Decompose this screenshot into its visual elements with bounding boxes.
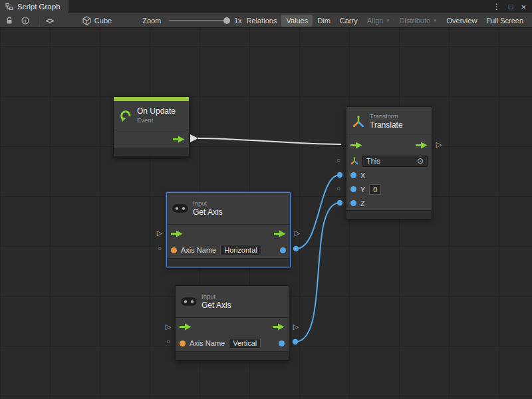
zoom-slider[interactable] <box>169 20 227 21</box>
maximize-icon[interactable]: □ <box>509 3 513 11</box>
lock-icon[interactable] <box>5 17 13 25</box>
external-flow-output-marker[interactable]: ▷ <box>293 323 299 331</box>
wire-endpoint[interactable] <box>337 172 342 178</box>
zoom-label: Zoom <box>142 17 161 25</box>
external-flow-input-marker[interactable]: ▷ <box>157 229 162 237</box>
flow-port-row <box>176 318 289 335</box>
dim-button[interactable]: Dim <box>313 15 335 27</box>
chevron-down-icon: ▼ <box>386 18 390 23</box>
overview-button[interactable]: Overview <box>442 15 482 27</box>
axis-name-field[interactable]: Vertical <box>229 338 261 348</box>
node-footer <box>114 148 189 156</box>
flow-output-port[interactable] <box>173 136 185 143</box>
axis-name-label: Axis Name <box>181 246 216 254</box>
node-title: Translate <box>370 120 403 130</box>
external-flow-output-marker[interactable]: ▷ <box>295 229 300 237</box>
graph-object-name: Cube <box>94 17 112 25</box>
node-subtitle: Transform <box>370 112 403 120</box>
z-value-port[interactable] <box>350 200 356 206</box>
wire-endpoint[interactable] <box>293 339 298 344</box>
node-header: On Update Event <box>114 101 189 130</box>
node-footer <box>346 210 432 219</box>
x-port-label: X <box>360 172 365 180</box>
target-port-row: This ⊙ <box>346 154 432 168</box>
graph-toolbar: <> Cube Zoom 1x Relations Values Dim Car… <box>0 13 532 28</box>
node-footer <box>176 351 289 360</box>
tab-script-graph[interactable]: Script Graph <box>0 0 68 13</box>
carry-button[interactable]: Carry <box>335 15 362 27</box>
node-title: Get Axis <box>193 207 223 217</box>
y-value-field[interactable]: 0 <box>369 184 381 195</box>
kebab-menu-icon[interactable]: ⋮ <box>493 3 501 11</box>
x-value-port[interactable] <box>350 172 356 178</box>
flow-port-row <box>346 136 432 154</box>
z-port-row: Z <box>346 196 432 210</box>
external-target-input-marker[interactable]: ○ <box>336 157 340 164</box>
full-screen-button[interactable]: Full Screen <box>481 15 528 27</box>
wire-endpoint[interactable] <box>293 246 299 251</box>
toolbar-buttons: Relations Values Dim Carry Align▼ Distri… <box>242 13 528 28</box>
node-get-axis-horizontal[interactable]: Input Get Axis Axis Name Horizontal <box>166 192 291 267</box>
axis-name-row: Axis Name Vertical <box>176 335 289 351</box>
target-value: This <box>366 157 380 165</box>
flow-input-port[interactable] <box>350 142 362 149</box>
chevron-down-icon: ▼ <box>433 18 437 23</box>
gamepad-icon <box>172 203 188 213</box>
flow-output-port[interactable] <box>416 142 428 149</box>
wire-endpoint[interactable] <box>337 200 342 205</box>
flow-output-port[interactable] <box>273 323 285 331</box>
window-controls: ⋮ □ × <box>487 0 532 13</box>
node-header: Input Get Axis <box>176 286 289 318</box>
axis-value-output-port[interactable] <box>280 247 286 253</box>
node-header: Input Get Axis <box>167 193 290 225</box>
node-translate[interactable]: Transform Translate <box>346 106 432 219</box>
value-wire-horizontal-to-x[interactable] <box>296 175 340 249</box>
gamepad-icon <box>181 297 197 307</box>
external-flow-output-marker[interactable]: ▷ <box>436 141 442 148</box>
axis-name-port[interactable] <box>171 247 177 253</box>
flow-output-port[interactable] <box>274 230 286 237</box>
values-button[interactable]: Values <box>281 15 313 27</box>
node-subtitle: Input <box>201 293 231 301</box>
flow-input-port[interactable] <box>180 323 192 331</box>
flow-wire-source-arrow[interactable] <box>190 134 198 142</box>
code-view-icon[interactable]: <> <box>46 17 53 25</box>
node-get-axis-vertical[interactable]: Input Get Axis Axis Name Vertical <box>175 285 289 360</box>
transform-icon <box>352 115 365 128</box>
node-on-update[interactable]: On Update Event <box>113 96 190 157</box>
external-flow-input-marker[interactable]: ▷ <box>166 323 171 331</box>
axis-value-output-port[interactable] <box>279 340 285 346</box>
close-icon[interactable]: × <box>521 3 526 11</box>
transform-mini-icon <box>350 157 358 165</box>
graph-canvas[interactable]: On Update Event <box>0 28 532 399</box>
flow-input-port[interactable] <box>171 230 183 237</box>
node-title: Get Axis <box>201 301 231 311</box>
flow-wire-on-update-to-translate[interactable] <box>198 138 341 144</box>
tab-label: Script Graph <box>17 3 61 11</box>
toolbar-divider <box>39 16 39 25</box>
axis-name-port[interactable] <box>180 340 186 346</box>
node-title: On Update <box>137 106 176 116</box>
object-picker-icon[interactable]: ⊙ <box>417 157 424 165</box>
value-wire-vertical-to-z[interactable] <box>295 203 340 342</box>
external-value-input-marker[interactable]: ○ <box>158 245 162 252</box>
zoom-slider-handle[interactable] <box>223 17 230 24</box>
cube-icon <box>82 16 91 25</box>
y-value-port[interactable] <box>350 186 356 192</box>
node-header: Transform Translate <box>346 107 432 136</box>
script-graph-icon <box>5 3 13 11</box>
flow-port-row <box>167 225 290 242</box>
relations-button[interactable]: Relations <box>242 15 282 27</box>
y-port-row: Y 0 <box>346 182 432 196</box>
info-icon[interactable] <box>21 17 29 25</box>
target-object-picker[interactable]: This ⊙ <box>362 156 428 167</box>
axis-name-field[interactable]: Horizontal <box>220 245 261 255</box>
external-value-input-marker[interactable]: ○ <box>166 338 170 345</box>
distribute-dropdown[interactable]: Distribute▼ <box>395 15 442 27</box>
external-y-input-marker[interactable]: ○ <box>336 186 340 192</box>
node-footer <box>167 258 290 267</box>
x-port-row: X <box>346 168 432 182</box>
z-port-label: Z <box>360 200 365 207</box>
align-dropdown[interactable]: Align▼ <box>362 15 395 27</box>
y-port-label: Y <box>360 186 365 194</box>
